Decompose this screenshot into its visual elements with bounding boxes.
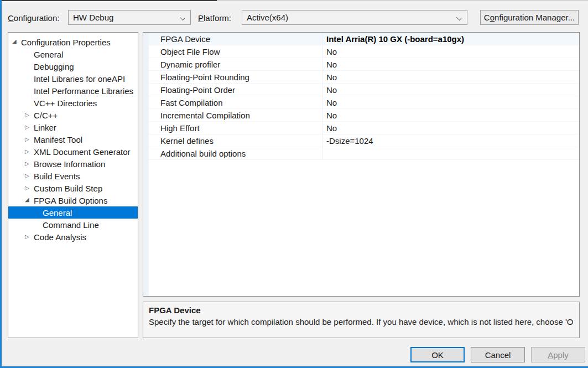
configuration-label: Configuration: — [8, 13, 59, 23]
collapsed-arrow-icon[interactable] — [25, 109, 34, 121]
property-row-fpga-device[interactable]: FPGA Device Intel Arria(R) 10 GX (-board… — [149, 33, 579, 45]
tree-item-label: FPGA Build Options — [34, 196, 107, 205]
configuration-select-value: HW Debug — [73, 13, 113, 22]
description-text: Specify the target for which compilation… — [149, 317, 574, 326]
tree-item-fpga-build-options[interactable]: FPGA Build Options — [8, 194, 138, 206]
property-row-floating-point-rounding[interactable]: Floating-Point Rounding No — [149, 71, 579, 84]
tree-item-label: Custom Build Step — [34, 184, 102, 193]
tree-item-intel-performance-libraries[interactable]: Intel Performance Libraries — [8, 85, 138, 97]
property-value[interactable]: No — [322, 96, 579, 108]
property-name: Kernel defines — [149, 136, 322, 146]
tree-item-label: Intel Performance Libraries — [34, 86, 133, 96]
property-name: Floating-Point Rounding — [149, 72, 322, 82]
tree-item-code-analysis[interactable]: Code Analysis — [8, 231, 138, 243]
property-row-high-effort[interactable]: High Effort No — [149, 122, 579, 134]
tree-item-custom-build-step[interactable]: Custom Build Step — [8, 182, 138, 194]
tree-item-label: Debugging — [34, 62, 74, 71]
property-row-incremental-compilation[interactable]: Incremental Compilation No — [149, 109, 579, 122]
tree-item-label: Manifest Tool — [34, 135, 82, 144]
tree-item-fpga-general-selected[interactable]: General — [8, 206, 138, 219]
configuration-tree-panel: Configuration Properties General Debuggi… — [8, 32, 138, 338]
tree-item-label: Browse Information — [34, 159, 105, 169]
tree-item-xml-document-generator[interactable]: XML Document Generator — [8, 146, 138, 158]
property-name: Fast Compilation — [149, 98, 322, 107]
tree-item-label: General — [34, 50, 63, 59]
property-value[interactable]: No — [322, 109, 579, 121]
property-value[interactable]: No — [322, 71, 579, 83]
property-name: Dynamic profiler — [149, 60, 322, 69]
tree-item-build-events[interactable]: Build Events — [8, 170, 138, 182]
expanded-arrow-icon[interactable] — [12, 36, 21, 48]
property-value[interactable]: -Dsize=1024 — [322, 134, 579, 147]
property-value[interactable]: No — [322, 122, 579, 134]
collapsed-arrow-icon[interactable] — [25, 182, 34, 194]
tree-item-label: Intel Libraries for oneAPI — [34, 74, 125, 84]
tree-item-label: VC++ Directories — [34, 99, 97, 108]
property-grid-panel: FPGA Device Intel Arria(R) 10 GX (-board… — [143, 32, 580, 297]
property-name: High Effort — [149, 123, 322, 133]
property-name: Additional build options — [149, 149, 322, 158]
collapsed-arrow-icon[interactable] — [25, 121, 34, 133]
tree-item-vcpp-directories[interactable]: VC++ Directories — [8, 97, 138, 109]
tree-item-label: C/C++ — [34, 111, 58, 120]
tree-item-label: Command Line — [43, 220, 99, 230]
tree-item-label: Configuration Properties — [21, 38, 111, 47]
configuration-manager-button-label: Configuration Manager... — [484, 13, 575, 22]
tree-item-c-cpp[interactable]: C/C++ — [8, 109, 138, 121]
tree-item-browse-information[interactable]: Browse Information — [8, 158, 138, 170]
cancel-button-label: Cancel — [485, 350, 511, 360]
property-row-kernel-defines[interactable]: Kernel defines -Dsize=1024 — [149, 134, 579, 147]
tree-item-command-line[interactable]: Command Line — [8, 219, 138, 231]
property-grid-gutter — [143, 33, 149, 296]
property-name: Floating-Point Order — [149, 85, 322, 95]
platform-select-value: Active(x64) — [247, 13, 288, 22]
tree-item-configuration-properties[interactable]: Configuration Properties — [8, 36, 138, 48]
property-value[interactable]: No — [322, 84, 579, 96]
chevron-down-icon — [180, 15, 185, 20]
ok-button[interactable]: OK — [410, 347, 465, 362]
description-title: FPGA Device — [149, 305, 574, 315]
property-value[interactable] — [322, 147, 579, 159]
configuration-manager-button[interactable]: Configuration Manager... — [480, 10, 579, 25]
platform-select[interactable]: Active(x64) — [242, 10, 467, 25]
cancel-button[interactable]: Cancel — [471, 347, 525, 362]
ok-button-label: OK — [431, 350, 444, 360]
collapsed-arrow-icon[interactable] — [25, 170, 34, 182]
tree-item-general[interactable]: General — [8, 48, 138, 60]
property-value[interactable]: No — [322, 58, 579, 70]
apply-button[interactable]: Apply — [531, 347, 585, 362]
collapsed-arrow-icon[interactable] — [25, 231, 34, 243]
property-row-object-file-flow[interactable]: Object File Flow No — [149, 45, 579, 58]
property-row-dynamic-profiler[interactable]: Dynamic profiler No — [149, 58, 579, 71]
tree-item-label: Code Analysis — [34, 232, 86, 242]
configuration-select[interactable]: HW Debug — [68, 10, 191, 25]
property-name: Object File Flow — [149, 47, 322, 56]
tree-item-manifest-tool[interactable]: Manifest Tool — [8, 133, 138, 146]
collapsed-arrow-icon[interactable] — [25, 158, 34, 170]
tree-item-label: General — [43, 208, 72, 217]
property-value[interactable]: Intel Arria(R) 10 GX (-board=a10gx) — [322, 33, 579, 45]
tree-item-label: Linker — [34, 123, 56, 132]
tree-item-linker[interactable]: Linker — [8, 121, 138, 133]
property-name: Incremental Compilation — [149, 111, 322, 120]
tree-item-label: Build Events — [34, 172, 80, 181]
property-row-fast-compilation[interactable]: Fast Compilation No — [149, 96, 579, 109]
window-top-edge-dark — [0, 0, 217, 1]
property-row-additional-build-options[interactable]: Additional build options — [149, 147, 579, 160]
tree-item-debugging[interactable]: Debugging — [8, 60, 138, 72]
property-name: FPGA Device — [149, 34, 322, 44]
property-row-floating-point-order[interactable]: Floating-Point Order No — [149, 84, 579, 96]
window-left-edge — [0, 0, 2, 368]
property-description-panel: FPGA Device Specify the target for which… — [143, 302, 580, 338]
platform-label: Platform: — [198, 13, 231, 23]
collapsed-arrow-icon[interactable] — [25, 133, 34, 146]
tree-item-intel-libraries-for-oneapi[interactable]: Intel Libraries for oneAPI — [8, 72, 138, 85]
tree-item-label: XML Document Generator — [34, 147, 131, 157]
collapsed-arrow-icon[interactable] — [25, 146, 34, 158]
apply-button-label: Apply — [548, 350, 569, 360]
expanded-arrow-icon[interactable] — [25, 194, 34, 206]
chevron-down-icon — [456, 15, 462, 20]
property-value[interactable]: No — [322, 45, 579, 58]
